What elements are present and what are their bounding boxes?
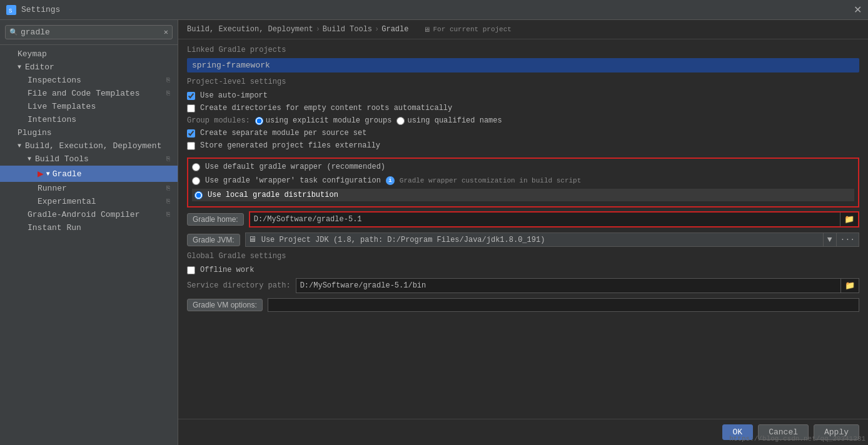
local-distribution-radio[interactable] <box>194 191 203 199</box>
sidebar-item-plugins[interactable]: Plugins <box>0 126 178 139</box>
close-button[interactable]: ✕ <box>854 4 862 16</box>
create-directories-row: Create directories for empty content roo… <box>187 104 859 112</box>
jvm-more-button[interactable]: ··· <box>836 233 859 246</box>
jvm-dropdown-arrow[interactable]: ▼ <box>823 233 836 246</box>
info-icon: i <box>386 176 395 185</box>
store-generated-checkbox[interactable] <box>187 142 195 150</box>
gradle-jvm-value: Use Project JDK (1.8, path: D:/Program F… <box>259 234 823 246</box>
sidebar-item-live-templates[interactable]: Live Templates <box>0 100 178 113</box>
sidebar-item-build-execution[interactable]: ▼ Build, Execution, Deployment <box>0 139 178 152</box>
instant-run-label: Instant Run <box>28 223 81 232</box>
breadcrumb-part2: Build Tools <box>323 25 372 34</box>
svg-text:S: S <box>9 8 12 14</box>
gradle-vm-options-button[interactable]: Gradle VM options: <box>187 299 263 311</box>
sidebar-item-instant-run[interactable]: Instant Run <box>0 221 178 234</box>
create-directories-checkbox[interactable] <box>187 104 195 112</box>
service-directory-input[interactable] <box>296 279 840 292</box>
breadcrumb-part1: Build, Execution, Deployment <box>187 25 313 34</box>
use-auto-import-label: Use auto-import <box>200 91 268 100</box>
intentions-label: Intentions <box>28 115 76 124</box>
gradle-home-button[interactable]: Gradle home: <box>187 213 244 226</box>
explicit-label: using explicit module groups <box>266 116 392 125</box>
jvm-icon: 🖥 <box>246 235 259 244</box>
explicit-radio[interactable] <box>255 117 263 125</box>
qualified-label: using qualified names <box>407 116 502 125</box>
clear-search-icon[interactable]: ✕ <box>164 28 168 37</box>
search-icon: 🔍 <box>9 28 18 36</box>
copy-icon-runner: ⎘ <box>166 185 170 192</box>
gradle-jvm-button[interactable]: Gradle JVM: <box>187 234 240 246</box>
sidebar-item-intentions[interactable]: Intentions <box>0 113 178 126</box>
gradle-vm-options-row: Gradle VM options: <box>187 298 859 312</box>
qualified-radio[interactable] <box>396 117 405 125</box>
editor-arrow: ▼ <box>18 64 21 71</box>
gradle-label: Gradle <box>53 169 82 179</box>
live-templates-label: Live Templates <box>28 102 96 111</box>
gradle-jvm-row: Gradle JVM: 🖥 Use Project JDK (1.8, path… <box>187 232 859 247</box>
app-icon: S <box>6 5 16 15</box>
sidebar-arrow-indicator: ▶ <box>38 168 44 180</box>
sidebar-item-editor[interactable]: ▼ Editor <box>0 61 178 74</box>
search-box: 🔍 ✕ <box>0 20 178 45</box>
gradle-android-label: Gradle-Android Compiler <box>28 210 139 219</box>
group-modules-label: Group modules: <box>187 116 250 125</box>
store-generated-row: Store generated project files externally <box>187 141 859 150</box>
sidebar-item-gradle[interactable]: ▶ ▼ Gradle <box>0 166 178 182</box>
gradle-home-browse-icon[interactable]: 📁 <box>840 212 858 226</box>
sidebar-item-experimental[interactable]: Experimental ⎘ <box>0 195 178 208</box>
default-wrapper-radio[interactable] <box>192 163 200 171</box>
editor-label: Editor <box>25 62 54 72</box>
wrapper-task-radio[interactable] <box>192 177 200 185</box>
use-auto-import-row: Use auto-import <box>187 91 859 100</box>
current-project-label: For current project <box>433 26 511 33</box>
build-tools-arrow: ▼ <box>28 156 31 162</box>
build-exec-arrow: ▼ <box>18 142 21 149</box>
gradle-vm-options-input[interactable] <box>268 298 859 312</box>
distribution-options-container: Use default gradle wrapper (recommended)… <box>187 158 859 208</box>
sidebar-item-runner[interactable]: Runner ⎘ <box>0 182 178 195</box>
radio-row-local-distribution: Use local gradle distribution <box>192 189 854 201</box>
copy-icon-inspections: ⎘ <box>166 77 170 84</box>
store-generated-label: Store generated project files externally <box>200 141 380 150</box>
create-separate-module-label: Create separate module per source set <box>200 129 366 138</box>
inspections-label: Inspections <box>28 76 81 85</box>
service-directory-browse-icon[interactable]: 📁 <box>840 279 859 292</box>
service-directory-input-wrap: 📁 <box>296 278 859 293</box>
service-directory-row: Service directory path: 📁 <box>187 278 859 293</box>
title-bar: S Settings ✕ <box>0 0 868 20</box>
radio-row-default-wrapper: Use default gradle wrapper (recommended) <box>192 161 854 172</box>
info-text: Gradle wrapper customization in build sc… <box>400 177 581 184</box>
default-wrapper-label: Use default gradle wrapper (recommended) <box>205 162 385 171</box>
file-code-label: File and Code Templates <box>28 89 139 98</box>
copy-icon-experimental: ⎘ <box>166 198 170 205</box>
offline-work-row: Offline work <box>187 266 859 274</box>
breadcrumb-part3: Gradle <box>381 25 408 34</box>
sidebar-item-inspections[interactable]: Inspections ⎘ <box>0 74 178 87</box>
gradle-home-row: Gradle home: 📁 <box>187 211 859 228</box>
group-modules-row: Group modules: using explicit module gro… <box>187 116 859 125</box>
gradle-jvm-select-wrap: 🖥 Use Project JDK (1.8, path: D:/Program… <box>245 232 859 247</box>
current-project-badge: 🖥 For current project <box>423 26 511 34</box>
gradle-home-input[interactable] <box>250 213 840 226</box>
sidebar-item-file-code-templates[interactable]: File and Code Templates ⎘ <box>0 87 178 100</box>
linked-project-item[interactable]: spring-framework <box>187 58 859 72</box>
copy-icon-file-code: ⎘ <box>166 90 170 97</box>
sidebar-item-keymap[interactable]: Keymap <box>0 48 178 61</box>
breadcrumb-sep1: › <box>316 25 320 34</box>
create-directories-label: Create directories for empty content roo… <box>200 104 452 112</box>
search-input[interactable] <box>21 28 161 37</box>
offline-work-checkbox[interactable] <box>187 266 195 274</box>
sidebar-item-build-tools[interactable]: ▼ Build Tools ⎘ <box>0 152 178 166</box>
content-scroll: Linked Gradle projects spring-framework … <box>178 39 868 419</box>
sidebar: 🔍 ✕ Keymap ▼ Editor Inspections ⎘ File a… <box>0 20 178 445</box>
service-directory-label: Service directory path: <box>187 281 291 290</box>
create-separate-module-checkbox[interactable] <box>187 129 195 138</box>
breadcrumb-sep2: › <box>375 25 379 34</box>
wrapper-task-label: Use gradle 'wrapper' task configuration <box>205 176 381 185</box>
sidebar-item-gradle-android[interactable]: Gradle-Android Compiler ⎘ <box>0 208 178 221</box>
plugins-label: Plugins <box>18 128 52 138</box>
use-auto-import-checkbox[interactable] <box>187 92 195 100</box>
offline-work-label: Offline work <box>200 266 254 274</box>
nav-tree: Keymap ▼ Editor Inspections ⎘ File and C… <box>0 45 178 445</box>
gradle-home-input-wrap: 📁 <box>249 211 859 228</box>
